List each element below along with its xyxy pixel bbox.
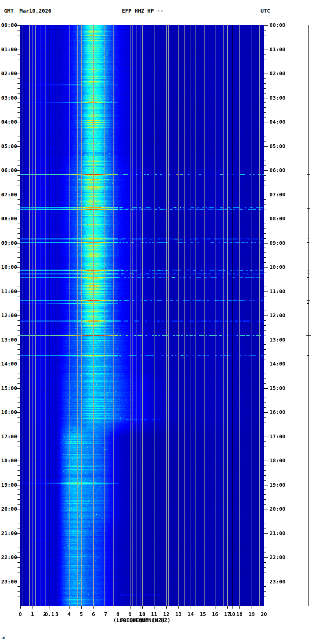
left-minor-tick	[17, 494, 20, 495]
left-hour-label: 13:00	[0, 337, 17, 342]
x-log-tick-label: 10	[227, 611, 237, 617]
left-minor-tick	[17, 393, 20, 393]
left-minor-tick	[17, 466, 20, 466]
right-minor-tick	[264, 88, 266, 89]
right-minor-tick	[264, 151, 266, 151]
right-minor-tick	[264, 441, 266, 442]
right-minor-tick	[264, 35, 266, 35]
x-tick	[33, 606, 33, 609]
event-marker-tick	[307, 303, 309, 304]
event-marker-tick	[307, 270, 310, 270]
left-hour-label: 20:00	[0, 506, 17, 511]
left-minor-tick	[17, 83, 20, 84]
left-minor-tick	[17, 137, 20, 137]
left-hour-tick	[15, 243, 20, 244]
x-tick	[252, 606, 252, 609]
right-hour-tick	[264, 485, 268, 485]
right-minor-tick	[264, 524, 266, 524]
x-tick	[106, 606, 106, 609]
right-hour-tick	[264, 437, 268, 437]
right-minor-tick	[264, 156, 266, 156]
right-minor-tick	[264, 330, 266, 331]
right-minor-tick	[264, 127, 266, 127]
left-hour-tick	[15, 461, 20, 461]
x-log-tick	[50, 606, 50, 609]
right-minor-tick	[264, 209, 266, 209]
right-minor-tick	[264, 553, 266, 553]
x-tick	[81, 606, 82, 609]
left-minor-tick	[17, 93, 20, 94]
right-hour-label: 09:00	[269, 240, 290, 246]
left-hour-label: 22:00	[0, 555, 17, 560]
right-minor-tick	[264, 572, 266, 572]
left-minor-tick	[17, 538, 20, 538]
left-minor-tick	[17, 228, 20, 229]
x-tick	[69, 606, 70, 609]
left-hour-tick	[15, 388, 20, 389]
left-hour-label: 01:00	[0, 47, 17, 52]
x-axis-title-linear: FREQUENCY (HZ)	[120, 617, 165, 623]
left-minor-tick	[17, 272, 20, 272]
right-minor-tick	[264, 543, 266, 543]
left-hour-label: 23:00	[0, 579, 17, 584]
left-hour-label: 18:00	[0, 458, 17, 463]
left-minor-tick	[17, 524, 20, 524]
right-minor-tick	[264, 393, 266, 393]
right-hour-tick	[264, 74, 268, 74]
right-hour-tick	[264, 170, 268, 171]
left-minor-tick	[17, 543, 20, 543]
right-hour-label: 07:00	[269, 192, 290, 197]
left-minor-tick	[17, 112, 20, 113]
right-minor-tick	[264, 141, 266, 142]
left-hour-tick	[15, 509, 20, 509]
right-minor-tick	[264, 40, 266, 40]
left-hour-tick	[15, 267, 20, 268]
x-tick	[166, 606, 167, 609]
left-hour-label: 02:00	[0, 71, 17, 76]
right-minor-tick	[264, 30, 266, 30]
x-tick	[203, 606, 203, 609]
x-tick-label: 19	[247, 611, 256, 617]
left-minor-tick	[17, 287, 20, 287]
left-minor-tick	[17, 432, 20, 432]
right-hour-tick	[264, 50, 268, 50]
right-minor-tick	[264, 320, 266, 321]
right-minor-tick	[264, 514, 266, 514]
left-hour-tick	[15, 485, 20, 485]
right-minor-tick	[264, 369, 266, 369]
x-tick-label: 16	[210, 611, 220, 617]
right-minor-tick	[264, 301, 266, 301]
event-marker-tick	[307, 239, 310, 239]
left-minor-tick	[17, 325, 20, 326]
right-hour-label: 16:00	[269, 409, 290, 415]
right-hour-tick	[264, 557, 268, 558]
right-minor-tick	[264, 325, 266, 326]
x-tick-label: 1	[28, 611, 37, 617]
left-hour-tick	[15, 412, 20, 413]
right-minor-tick	[264, 601, 266, 601]
right-hour-tick	[264, 195, 268, 195]
right-minor-tick	[264, 407, 266, 408]
left-hour-tick	[15, 122, 20, 122]
right-minor-tick	[264, 519, 266, 519]
left-minor-tick	[17, 117, 20, 117]
left-minor-tick	[17, 175, 20, 176]
event-marker-tick	[306, 335, 311, 336]
left-hour-label: 06:00	[0, 168, 17, 173]
right-minor-tick	[264, 475, 266, 476]
right-hour-label: 08:00	[269, 216, 290, 221]
right-minor-tick	[264, 349, 266, 350]
left-minor-tick	[17, 185, 20, 185]
right-hour-label: 23:00	[269, 579, 290, 584]
right-hour-label: 22:00	[269, 555, 290, 560]
left-minor-tick	[17, 354, 20, 355]
right-minor-tick	[264, 374, 266, 374]
right-hour-label: 04:00	[269, 119, 290, 124]
right-minor-tick	[264, 466, 266, 466]
x-tick-label: 9	[125, 611, 135, 617]
x-tick	[239, 606, 240, 609]
left-hour-label: 17:00	[0, 434, 17, 439]
right-minor-tick	[264, 238, 266, 239]
right-minor-tick	[264, 64, 266, 64]
left-minor-tick	[17, 374, 20, 374]
